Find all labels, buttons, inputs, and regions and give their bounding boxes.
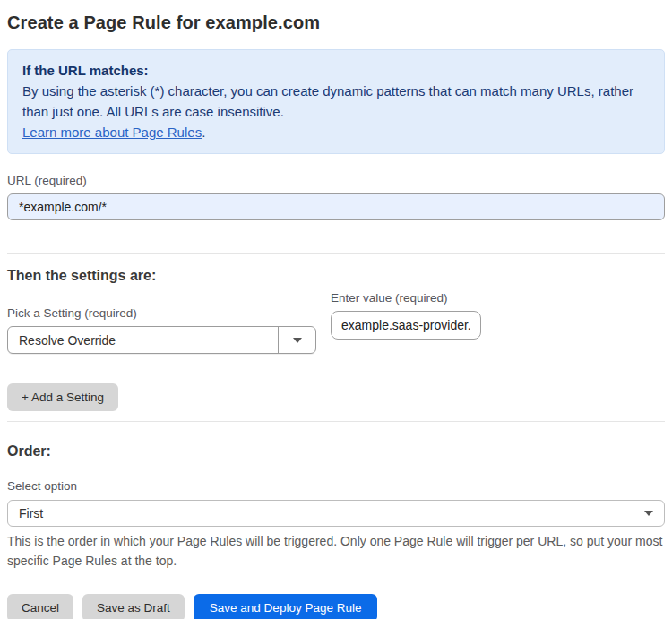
page-title: Create a Page Rule for example.com — [7, 13, 665, 33]
divider — [7, 253, 665, 254]
chevron-down-icon — [293, 338, 302, 343]
setting-picker-column: Pick a Setting (required) Resolve Overri… — [7, 284, 316, 354]
save-as-draft-button[interactable]: Save as Draft — [82, 594, 185, 619]
setting-dropdown-value: Resolve Override — [8, 327, 278, 353]
save-and-deploy-button[interactable]: Save and Deploy Page Rule — [194, 594, 378, 619]
add-setting-button[interactable]: + Add a Setting — [7, 383, 118, 411]
learn-more-link[interactable]: Learn more about Page Rules — [22, 125, 202, 140]
order-select-value: First — [19, 506, 43, 520]
cancel-button[interactable]: Cancel — [7, 594, 73, 619]
info-box-body: By using the asterisk (*) character, you… — [22, 81, 650, 122]
info-box-heading: If the URL matches: — [22, 60, 650, 81]
order-section-heading: Order: — [7, 443, 665, 460]
setting-dropdown[interactable]: Resolve Override — [7, 326, 316, 354]
settings-row: Pick a Setting (required) Resolve Overri… — [7, 284, 665, 354]
setting-value-column: Enter value (required) — [331, 284, 481, 340]
settings-section-heading: Then the settings are: — [7, 268, 665, 284]
page-rule-form: Create a Page Rule for example.com If th… — [0, 0, 672, 619]
setting-value-label: Enter value (required) — [331, 291, 481, 305]
setting-picker-label: Pick a Setting (required) — [7, 306, 316, 320]
chevron-down-icon — [644, 511, 653, 516]
footer-button-row: Cancel Save as Draft Save and Deploy Pag… — [7, 594, 665, 619]
link-suffix: . — [202, 125, 205, 140]
order-select-label: Select option — [7, 479, 665, 493]
setting-dropdown-arrow-button[interactable] — [278, 327, 315, 353]
divider — [7, 580, 665, 580]
url-matches-info-box: If the URL matches: By using the asteris… — [7, 49, 665, 154]
url-input[interactable] — [7, 193, 665, 220]
order-select[interactable]: First — [7, 500, 665, 527]
setting-value-input[interactable] — [331, 311, 481, 340]
divider — [7, 421, 665, 422]
order-help-text: This is the order in which your Page Rul… — [7, 531, 665, 571]
url-field-label: URL (required) — [7, 174, 665, 187]
